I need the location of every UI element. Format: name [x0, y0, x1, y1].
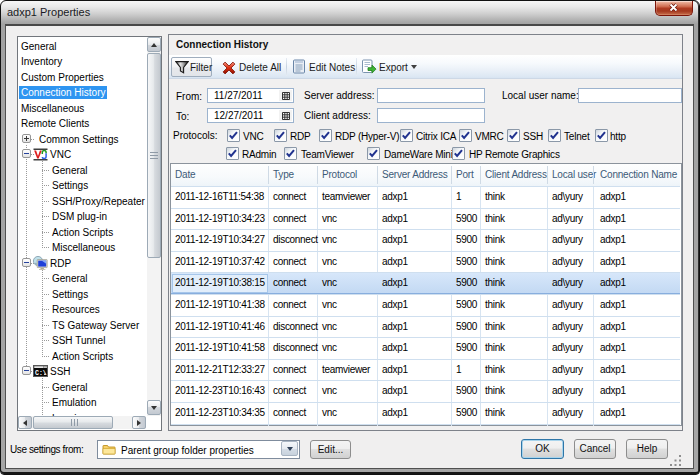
svg-text:C:\: C:\ — [35, 370, 47, 377]
